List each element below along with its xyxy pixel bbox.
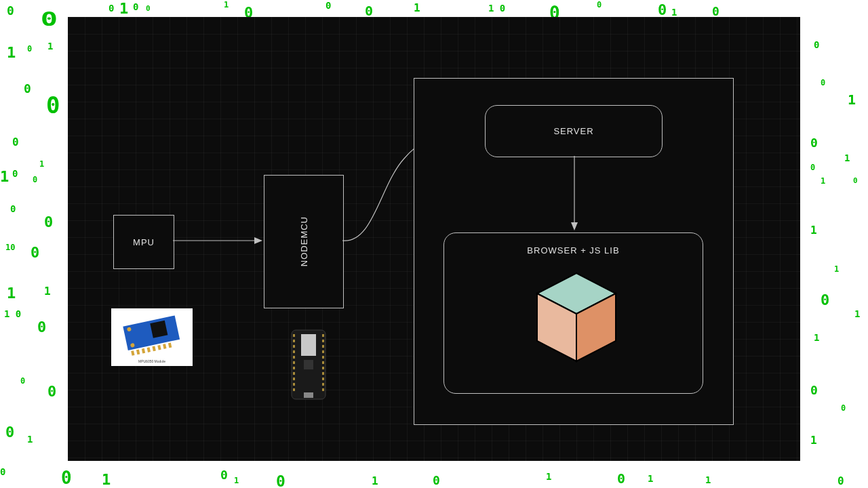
- svg-rect-28: [293, 356, 295, 359]
- node-nodemcu-label: NODEMCU: [299, 216, 309, 266]
- svg-rect-27: [293, 350, 295, 353]
- node-mpu: MPU: [113, 215, 174, 269]
- svg-rect-33: [293, 383, 295, 386]
- svg-rect-23: [304, 360, 313, 369]
- svg-rect-30: [293, 367, 295, 369]
- svg-rect-40: [322, 361, 324, 364]
- image-mpu-module: MPU6050 Module: [111, 308, 193, 366]
- svg-rect-46: [304, 392, 313, 398]
- svg-rect-26: [293, 345, 295, 348]
- svg-rect-35: [322, 334, 324, 337]
- image-nodemcu-board: [289, 327, 328, 402]
- svg-rect-36: [322, 340, 324, 342]
- node-mpu-label: MPU: [133, 237, 155, 247]
- svg-rect-38: [322, 350, 324, 353]
- svg-rect-29: [293, 361, 295, 364]
- svg-rect-41: [322, 367, 324, 369]
- svg-rect-25: [293, 340, 295, 342]
- svg-rect-10: [150, 321, 167, 338]
- svg-rect-37: [322, 345, 324, 348]
- diagram-canvas: MPU NODEMCU SERVER BROWSER + JS LIB: [68, 17, 800, 461]
- svg-rect-42: [322, 372, 324, 375]
- svg-rect-44: [322, 383, 324, 386]
- svg-rect-43: [322, 378, 324, 380]
- node-server: SERVER: [485, 105, 663, 157]
- svg-rect-34: [293, 388, 295, 391]
- svg-rect-22: [301, 334, 316, 356]
- node-server-label: SERVER: [553, 126, 593, 136]
- svg-rect-45: [322, 388, 324, 391]
- node-browser-label: BROWSER + JS LIB: [527, 245, 619, 256]
- image-mpu-caption: MPU6050 Module: [111, 359, 193, 363]
- svg-rect-39: [322, 356, 324, 359]
- svg-rect-32: [293, 378, 295, 380]
- node-nodemcu: NODEMCU: [264, 175, 344, 308]
- node-browser: BROWSER + JS LIB: [443, 232, 703, 394]
- svg-rect-24: [293, 334, 295, 337]
- svg-rect-31: [293, 372, 295, 375]
